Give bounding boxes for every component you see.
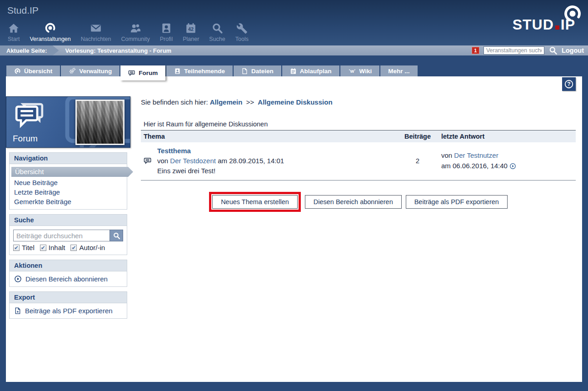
forum-breadcrumb: Sie befinden sich hier: Allgemein >> All… [141, 98, 576, 106]
tab-teilnehmende[interactable]: Teilnehmende [166, 65, 233, 76]
calendar-icon [290, 68, 297, 75]
posts-search-input[interactable] [13, 230, 110, 241]
nav-item-nachrichten[interactable]: Nachrichten [76, 21, 116, 42]
breadcrumb-link-allgemeine-diskussion[interactable]: Allgemeine Diskussion [258, 98, 332, 106]
tab-mehr[interactable]: Mehr ... [380, 65, 417, 76]
logout-link[interactable]: Logout [562, 47, 584, 54]
breadcrumb-link-allgemein[interactable]: Allgemein [210, 98, 243, 106]
tab-verwaltung[interactable]: Verwaltung [61, 65, 120, 76]
forum-banner: Forum [6, 96, 130, 148]
help-button[interactable]: ? [562, 77, 576, 91]
current-page-label: Aktuelle Seite: [0, 45, 59, 55]
wrench-icon [236, 21, 248, 34]
forum-bubble-icon [128, 70, 135, 77]
nav-item-veranstaltungen[interactable]: Veranstaltungen [25, 21, 75, 42]
gears-icon [69, 67, 76, 75]
course-photo [75, 100, 125, 145]
action-buttons: Neues Thema erstellen Diesen Bereich abo… [141, 192, 576, 212]
studip-logo: StudIP [513, 12, 575, 33]
sidebar: Forum Navigation Übersicht Neue Beiträge… [6, 96, 130, 319]
last-author-link[interactable]: Der Testnutzer [454, 151, 498, 159]
actions-box: Aktionen Diesen Bereich abonnieren [9, 260, 127, 287]
topic-bubble-icon [144, 157, 152, 165]
circled-arrow-icon [14, 275, 22, 283]
sidebar-banner-title: Forum [13, 134, 38, 144]
svg-text:?: ? [567, 81, 570, 87]
sidebar-item-neue-beitraege[interactable]: Neue Beiträge [10, 178, 127, 187]
author-link[interactable]: Der Testdozent [170, 157, 216, 165]
main-nav: Start Veranstaltungen Nachrichten Commun… [3, 21, 254, 42]
topic-row: Testthema von Der Testdozent am 28.09.20… [141, 142, 576, 180]
people-icon [130, 21, 141, 34]
topic-author-line: von Der Testdozent am 28.09.2015, 14:01 [157, 156, 284, 166]
app-title: Stud.IP [7, 5, 39, 16]
column-header-beitraege: Beiträge [397, 130, 439, 142]
navigation-box: Navigation Übersicht Neue Beiträge Letzt… [9, 152, 127, 210]
breadcrumb-bar: Aktuelle Seite: Vorlesung: Testveranstal… [0, 45, 588, 55]
main-panel: Sie befinden sich hier: Allgemein >> All… [141, 76, 582, 212]
subscribe-area-link[interactable]: Diesen Bereich abonnieren [10, 271, 127, 286]
forum-area-caption: Hier ist Raum für allgemeine Diskussione… [141, 119, 576, 130]
search-box: Suche ✔Titel ✔Inhalt ✔Autor/-in [9, 214, 127, 255]
last-answer-cell: von Der Testnutzer am 06.06.2016, 14:40 [441, 150, 573, 171]
content-area: ? Forum Navigation Übersicht Neue Beiträ… [6, 76, 582, 382]
checkbox-autor[interactable]: ✔Autor/-in [70, 244, 105, 251]
nav-item-planer[interactable]: 42 Planer [178, 21, 204, 42]
tab-forum[interactable]: Forum [120, 65, 165, 80]
tab-wiki[interactable]: W Wiki [340, 65, 380, 76]
search-filter-checkboxes: ✔Titel ✔Inhalt ✔Autor/-in [13, 244, 123, 251]
swirl-icon [14, 68, 21, 75]
current-page-title: Vorlesung: Testveranstaltung - Forum [65, 47, 172, 54]
sidebar-item-uebersicht[interactable]: Übersicht [11, 167, 133, 177]
export-pdf-button[interactable]: Beiträge als PDF exportieren [406, 195, 508, 209]
header: Stud.IP Start Veranstaltungen Nachrichte… [0, 0, 588, 45]
help-icon: ? [564, 79, 574, 89]
column-header-thema: Thema [141, 130, 397, 142]
subscribe-area-button[interactable]: Diesen Bereich abonnieren [305, 195, 402, 209]
logo-dot [555, 25, 559, 30]
person-icon [174, 68, 181, 75]
nav-item-tools[interactable]: Tools [230, 21, 254, 42]
file-icon [241, 68, 248, 75]
export-header: Export [10, 292, 127, 303]
tab-uebersicht[interactable]: Übersicht [6, 65, 60, 76]
export-box: Export Beiträge als PDF exportieren [9, 291, 127, 319]
tab-ablaufplan[interactable]: Ablaufplan [282, 65, 339, 76]
topic-title-link[interactable]: Testthema [157, 146, 284, 156]
actions-header: Aktionen [10, 260, 127, 271]
notification-badge[interactable]: 1 [472, 47, 479, 54]
checkbox-inhalt[interactable]: ✔Inhalt [40, 244, 65, 251]
topbar-search-icon[interactable] [548, 46, 558, 55]
course-search-input[interactable] [483, 46, 544, 55]
tab-dateien[interactable]: Dateien [234, 65, 281, 76]
pdf-export-icon [14, 307, 21, 315]
nav-item-community[interactable]: Community [116, 21, 154, 42]
forum-bubble-icon [15, 102, 45, 129]
topic-excerpt: Eins zwei drei Test! [157, 166, 284, 176]
swirl-icon [44, 21, 56, 34]
checkbox-titel[interactable]: ✔Titel [13, 244, 35, 251]
search-icon [113, 232, 120, 240]
svg-text:W: W [350, 69, 354, 74]
checkbox-checked-icon: ✔ [70, 245, 77, 251]
nav-item-suche[interactable]: Suche [204, 21, 230, 42]
wiki-icon: W [348, 68, 356, 75]
home-icon [8, 21, 20, 34]
nav-item-profil[interactable]: Profil [155, 21, 178, 42]
nav-item-start[interactable]: Start [3, 21, 25, 42]
highlight-box: Neues Thema erstellen [209, 192, 301, 212]
svg-text:42: 42 [188, 26, 194, 32]
posts-search-button[interactable] [110, 230, 123, 241]
posts-count: 2 [397, 142, 439, 180]
checkbox-checked-icon: ✔ [40, 245, 46, 251]
calendar-icon: 42 [185, 21, 197, 34]
topics-table: Thema Beiträge letzte Antwort Testthema [141, 130, 576, 180]
course-tabs: Übersicht Verwaltung Forum Teilnehmende … [6, 65, 582, 76]
search-icon [211, 21, 223, 34]
sidebar-item-letzte-beitraege[interactable]: Letzte Beiträge [10, 187, 127, 197]
new-topic-button[interactable]: Neues Thema erstellen [212, 195, 298, 209]
search-header: Suche [10, 215, 127, 226]
goto-last-post-icon[interactable] [509, 163, 516, 170]
export-pdf-link[interactable]: Beiträge als PDF exportieren [10, 303, 127, 318]
sidebar-item-gemerkte-beitraege[interactable]: Gemerkte Beiträge [10, 197, 127, 206]
